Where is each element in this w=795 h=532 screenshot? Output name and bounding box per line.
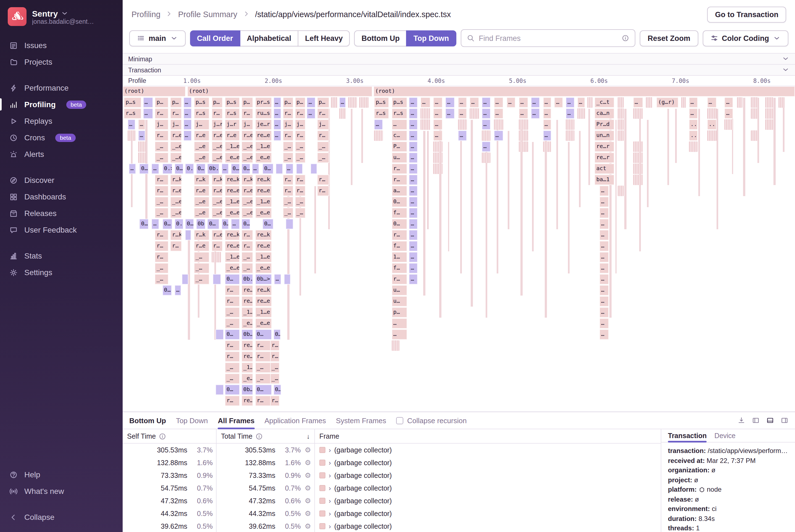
sort-mode-alphabetical[interactable]: Alphabetical	[240, 30, 299, 46]
flame-cell[interactable]: r…	[225, 340, 240, 351]
flame-cell[interactable]: r…	[295, 130, 305, 141]
flame-cell[interactable]: …	[252, 164, 259, 174]
flame-cell[interactable]: r…s	[225, 108, 240, 119]
flame-cell[interactable]: …	[554, 97, 563, 108]
sidebar-item-settings[interactable]: Settings	[0, 264, 122, 281]
flame-cell[interactable]: 0…	[392, 219, 407, 229]
flame-cell[interactable]: …	[152, 164, 159, 174]
flame-cell[interactable]: r…	[317, 175, 329, 185]
flame-cell[interactable]: _…	[317, 141, 329, 152]
flame-cell[interactable]: j…	[242, 119, 253, 130]
flame-cell[interactable]: …	[409, 241, 418, 251]
flame-cell[interactable]: …	[409, 175, 418, 185]
frame-filter-application-frames[interactable]: Application Frames	[264, 416, 326, 424]
flame-cell[interactable]	[213, 274, 221, 285]
flame-cell[interactable]: _…	[295, 208, 305, 218]
flame-cell[interactable]: re…r	[595, 141, 614, 152]
flame-cell[interactable]: …	[566, 108, 574, 119]
flame-cell[interactable]: …	[174, 285, 181, 296]
flame-cell[interactable]: re…e	[255, 296, 272, 307]
flame-cell[interactable]	[215, 329, 224, 340]
sidebar-item-releases[interactable]: Releases	[0, 205, 122, 222]
table-row[interactable]: 44.32ms0.5%44.32ms0.5%⚙›(garbage collect…	[122, 507, 661, 520]
flame-cell[interactable]: 0.>	[163, 164, 173, 174]
flame-cell[interactable]: …	[470, 97, 479, 108]
flame-cell[interactable]: r…	[242, 230, 253, 240]
self-time-header[interactable]: Self Time	[122, 429, 216, 443]
flame-cell[interactable]: …	[409, 130, 418, 141]
flame-cell[interactable]: pr…s	[255, 97, 272, 108]
flame-cell[interactable]: r…s	[374, 108, 389, 119]
flame-cell[interactable]: 0b.>	[196, 219, 205, 229]
flame-cell[interactable]: _1…e	[242, 362, 253, 373]
table-row[interactable]: 305.53ms3.7%305.53ms3.7%⚙›(garbage colle…	[122, 443, 661, 456]
flame-cell[interactable]	[215, 384, 224, 395]
flame-cell[interactable]: …	[392, 329, 407, 340]
flame-cell[interactable]: 0…	[225, 274, 240, 285]
sidebar-item-performance[interactable]: Performance	[0, 79, 122, 96]
flame-cell[interactable]: r…	[283, 175, 294, 185]
flame-cell[interactable]: p…	[211, 97, 223, 108]
flame-cell[interactable]: _c…t	[595, 97, 614, 108]
frame-filter-all-frames[interactable]: All Frames	[218, 416, 255, 424]
expand-chevron-icon[interactable]: ›	[329, 459, 331, 466]
table-row[interactable]: 54.75ms0.7%54.75ms0.7%⚙›(garbage collect…	[122, 482, 661, 494]
flame-cell[interactable]: _…	[295, 152, 305, 163]
flame-cell[interactable]: _…	[295, 197, 305, 207]
flame-cell[interactable]: r…	[170, 108, 182, 119]
flame-cell[interactable]: …	[600, 274, 609, 285]
flame-cell[interactable]: …	[231, 219, 240, 229]
flame-cell[interactable]: act	[595, 164, 614, 174]
flame-cell[interactable]: _…e	[194, 141, 209, 152]
flame-cell[interactable]: r…	[155, 241, 169, 251]
flame-cell[interactable]: j…	[155, 119, 169, 130]
dock-right-icon[interactable]	[781, 417, 788, 424]
flame-cell[interactable]: a…	[392, 186, 407, 196]
collapse-recursion-checkbox[interactable]: Collapse recursion	[396, 416, 467, 424]
flame-cell[interactable]: ..	[707, 119, 716, 130]
flame-cell[interactable]: p…	[295, 97, 305, 108]
flame-cell[interactable]: r…k	[211, 175, 223, 185]
frame-filter-system-frames[interactable]: System Frames	[336, 416, 386, 424]
sidebar-item-what-s-new[interactable]: What's new	[0, 483, 122, 499]
flame-cell[interactable]: _…	[155, 208, 169, 218]
flame-cell[interactable]: r…e	[242, 186, 253, 196]
flame-cell[interactable]: r…	[242, 241, 253, 251]
flame-cell[interactable]: …	[543, 108, 552, 119]
flame-cell[interactable]: re…k	[255, 230, 272, 240]
flame-cell[interactable]: …	[600, 186, 609, 196]
flame-cell[interactable]: re…e	[225, 241, 240, 251]
table-row[interactable]: 73.33ms0.9%73.33ms0.9%⚙›(garbage collect…	[122, 469, 661, 482]
flame-cell[interactable]	[285, 219, 294, 229]
breadcrumb-link-profiling[interactable]: Profiling	[132, 10, 160, 19]
flame-cell[interactable]: _…	[270, 374, 279, 384]
flame-cell[interactable]: 0…	[262, 164, 273, 174]
flame-cell[interactable]: _1…e	[255, 307, 272, 318]
flame-cell[interactable]: …	[273, 97, 281, 108]
flame-cell[interactable]: p…s	[124, 97, 141, 108]
flame-cell[interactable]: r…	[225, 296, 240, 307]
flame-cell[interactable]: r…	[295, 108, 305, 119]
flame-cell[interactable]: 0…	[273, 329, 281, 340]
flame-cell[interactable]: …	[307, 97, 316, 108]
flame-cell[interactable]: …	[138, 130, 146, 141]
flame-cell[interactable]: …	[600, 252, 609, 262]
flame-cell[interactable]: …	[273, 108, 281, 119]
flame-cell[interactable]: 0…	[225, 329, 240, 340]
flame-cell[interactable]	[182, 274, 188, 285]
flame-cell[interactable]: …	[458, 97, 467, 108]
flame-cell[interactable]: …	[519, 97, 528, 108]
flame-cell[interactable]: r…	[317, 108, 329, 119]
flame-cell[interactable]: r…k	[242, 175, 253, 185]
flame-cell[interactable]: _…	[194, 252, 209, 262]
flame-cell[interactable]: 0b…>	[242, 384, 253, 395]
flame-cell[interactable]: …	[339, 97, 346, 108]
flame-cell[interactable]: _…e	[242, 197, 253, 207]
color-coding-button[interactable]: Color Coding	[702, 30, 788, 46]
flame-cell[interactable]: _…	[242, 252, 253, 262]
flame-cell[interactable]: …	[409, 208, 418, 218]
flame-cell[interactable]: j…	[170, 119, 182, 130]
flame-cell[interactable]: …	[392, 318, 407, 329]
flame-cell[interactable]: 0.>	[185, 164, 194, 174]
flame-cell[interactable]: …	[409, 186, 418, 196]
